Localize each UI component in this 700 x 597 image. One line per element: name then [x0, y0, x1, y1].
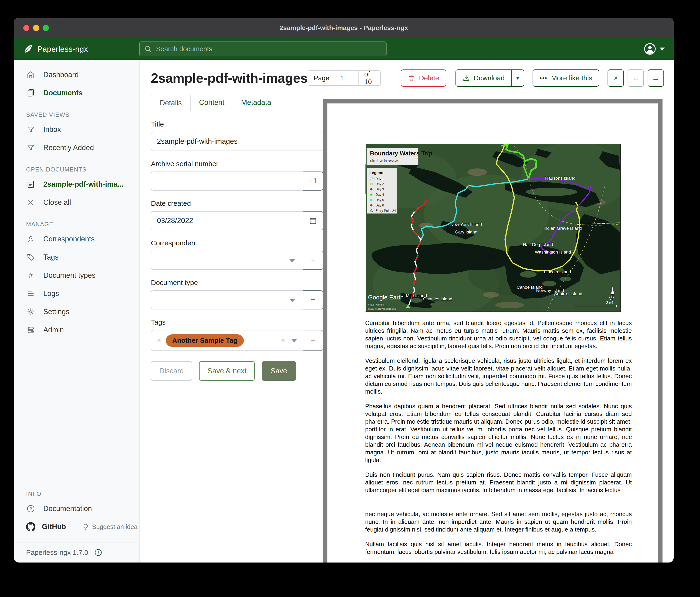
- lightbulb-icon: [82, 523, 89, 530]
- saved-views-header: SAVED VIEWS: [26, 111, 139, 118]
- date-created-input[interactable]: [151, 211, 303, 230]
- page-number-input[interactable]: [335, 71, 358, 85]
- sidebar-item-label: Tags: [43, 253, 58, 261]
- correspondent-label: Correspondent: [151, 239, 323, 247]
- pdf-paragraph: nec neque vehicula, ac molestie ante orn…: [365, 510, 632, 533]
- brand[interactable]: Paperless-ngx: [23, 44, 139, 54]
- sidebar-item-label: Correspondents: [43, 235, 95, 243]
- leaf-logo-icon: [23, 44, 33, 54]
- window-title: 2sample-pdf-with-images - Paperless-ngx: [14, 24, 674, 32]
- sidebar-item-tags[interactable]: Tags: [14, 248, 139, 266]
- pdf-paragraph: Curabitur bibendum ante urna, sed blandi…: [365, 319, 632, 350]
- calendar-button[interactable]: [303, 211, 323, 230]
- legend-title: Legend: [369, 171, 383, 175]
- asn-plus-one-button[interactable]: +1: [303, 171, 323, 191]
- tab-bar: Details Content Metadata: [151, 94, 323, 111]
- download-options-button[interactable]: ▾: [511, 69, 524, 87]
- page-navigator: Page of 10: [308, 70, 381, 86]
- title-field-label: Title: [151, 120, 323, 128]
- asn-input[interactable]: [151, 171, 303, 191]
- details-form: Details Content Metadata Title Archive s…: [151, 94, 323, 381]
- github-link[interactable]: GitHub: [26, 522, 66, 531]
- page-title: 2sample-pdf-with-images: [151, 70, 308, 86]
- sidebar-item-close-all[interactable]: Close all: [14, 193, 139, 212]
- map-label: Charlies Island: [423, 296, 452, 301]
- suggest-idea-link[interactable]: Suggest an idea: [82, 523, 138, 531]
- tags-select[interactable]: × Another Sample Tag ×: [151, 330, 303, 351]
- zoom-window-button[interactable]: [43, 25, 49, 31]
- add-document-type-button[interactable]: +: [303, 290, 323, 309]
- sidebar-item-documentation[interactable]: ? Documentation: [14, 500, 139, 518]
- correspondent-select[interactable]: [151, 251, 303, 270]
- minimize-window-button[interactable]: [33, 25, 39, 31]
- asn-group: +1: [151, 171, 323, 191]
- search-input[interactable]: [139, 42, 386, 56]
- legend-item: Day 6: [375, 204, 384, 207]
- delete-button[interactable]: Delete: [401, 69, 446, 87]
- sidebar-item-logs[interactable]: Logs: [14, 285, 139, 303]
- search-bar: [139, 42, 386, 56]
- download-button[interactable]: Download: [455, 69, 511, 87]
- legend-item: Entry Point 24: [375, 209, 396, 213]
- discard-button[interactable]: Discard: [151, 361, 192, 381]
- tag-chip[interactable]: Another Sample Tag: [166, 334, 244, 347]
- sidebar-item-dashboard[interactable]: Dashboard: [14, 66, 139, 84]
- header-actions: Page of 10 Delete Download: [308, 69, 664, 87]
- previous-document-button[interactable]: ←: [628, 69, 644, 87]
- sidebar-item-label: Inbox: [43, 125, 61, 134]
- remove-tag-icon[interactable]: ×: [157, 336, 161, 344]
- close-window-button[interactable]: [23, 25, 29, 31]
- document-type-group: +: [151, 290, 323, 309]
- tags-label: Tags: [151, 318, 323, 326]
- tags-group: × Another Sample Tag × +: [151, 330, 323, 351]
- save-and-next-button[interactable]: Save & next: [199, 361, 255, 381]
- user-menu[interactable]: [644, 43, 665, 55]
- sidebar-item-correspondents[interactable]: Correspondents: [14, 230, 139, 248]
- more-like-this-button[interactable]: ••• More like this: [532, 69, 599, 87]
- tab-details[interactable]: Details: [151, 94, 191, 111]
- add-correspondent-button[interactable]: +: [303, 251, 323, 270]
- page-label: Page: [308, 71, 335, 85]
- map-label: Squirrel Island: [554, 291, 582, 296]
- toggles-icon: [26, 326, 35, 334]
- top-navbar: Paperless-ngx: [14, 38, 674, 59]
- pdf-text-block: Curabitur bibendum ante urna, sed blandi…: [365, 319, 632, 556]
- sidebar-item-label: Settings: [43, 308, 69, 316]
- main-panel: 2sample-pdf-with-images Page of 10 Delet…: [140, 59, 674, 563]
- sidebar-item-documents[interactable]: Documents: [14, 84, 139, 102]
- pdf-paragraph: Nullam facilisis quis nisl sit amet iacu…: [365, 540, 632, 556]
- title-input[interactable]: [151, 132, 323, 151]
- pdf-page: Hausons Island New York Island Gary Isla…: [327, 103, 658, 563]
- download-split-button: Download ▾: [455, 69, 524, 87]
- close-document-button[interactable]: ×: [607, 69, 624, 87]
- svg-text:#: #: [29, 271, 33, 279]
- sidebar-item-label: Document types: [43, 271, 96, 280]
- sidebar-item-document-types[interactable]: # Document types: [14, 266, 139, 285]
- google-earth-label: Google Earth: [368, 294, 404, 301]
- clear-tags-icon[interactable]: ×: [281, 336, 285, 344]
- next-document-button[interactable]: →: [648, 69, 664, 87]
- sidebar-item-recently-added[interactable]: Recently Added: [14, 139, 139, 157]
- version-row: Paperless-ngx 1.7.0 i: [14, 542, 139, 563]
- sidebar-item-settings[interactable]: Settings: [14, 303, 139, 321]
- download-icon: [462, 74, 470, 82]
- document-type-select[interactable]: [151, 290, 303, 309]
- sidebar-item-open-document[interactable]: 2sample-pdf-with-ima...: [14, 175, 139, 193]
- tab-content[interactable]: Content: [191, 94, 233, 111]
- svg-text:i: i: [98, 550, 99, 555]
- save-button[interactable]: Save: [262, 361, 296, 381]
- sidebar-item-label: Logs: [43, 289, 59, 298]
- date-created-label: Date created: [151, 199, 323, 207]
- tab-metadata[interactable]: Metadata: [233, 94, 279, 111]
- sidebar-item-inbox[interactable]: Inbox: [14, 120, 139, 139]
- map-label: New York Island: [450, 222, 482, 227]
- sidebar-item-label: 2sample-pdf-with-ima...: [43, 180, 123, 189]
- sidebar-item-label: Admin: [43, 326, 64, 334]
- person-icon: [26, 235, 35, 243]
- info-circle-icon[interactable]: i: [94, 549, 102, 556]
- sidebar-item-admin[interactable]: Admin: [14, 321, 139, 339]
- add-tag-button[interactable]: +: [303, 330, 323, 351]
- document-type-label: Document type: [151, 279, 323, 287]
- pdf-viewer[interactable]: Hausons Island New York Island Gary Isla…: [323, 99, 662, 563]
- map-label: Gary Island: [455, 230, 477, 234]
